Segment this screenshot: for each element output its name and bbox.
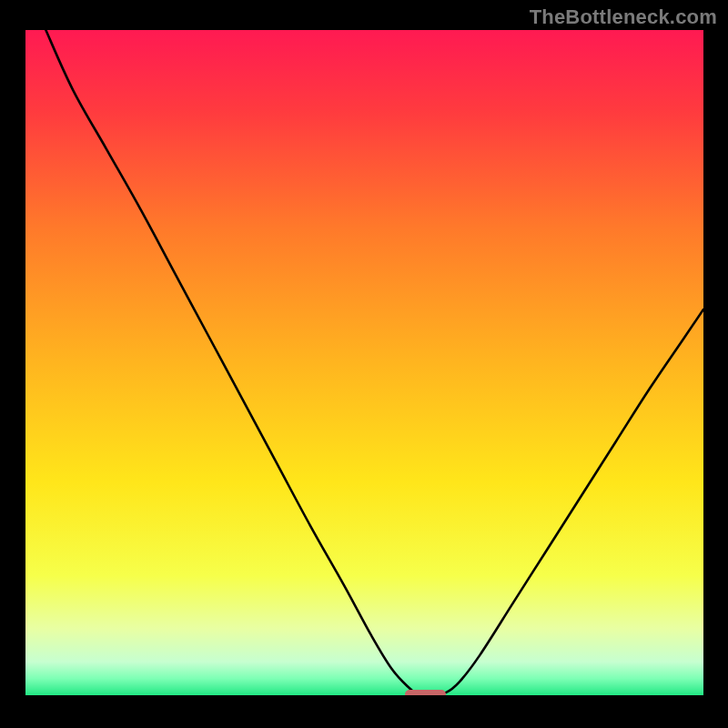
bottleneck-curve (25, 30, 703, 695)
chart-root: TheBottleneck.com (0, 0, 728, 728)
watermark-text: TheBottleneck.com (530, 5, 717, 29)
optimal-range-pill (405, 690, 446, 696)
plot-area (25, 30, 703, 695)
